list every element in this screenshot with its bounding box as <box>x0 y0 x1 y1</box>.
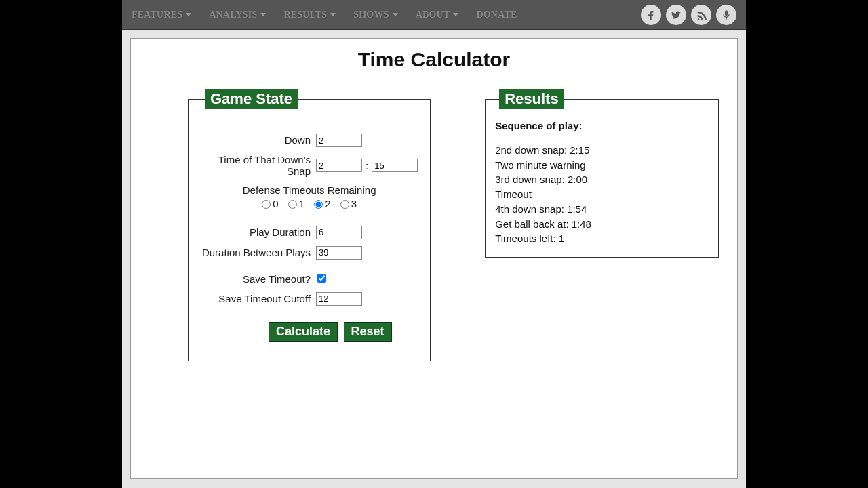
timeout-radio-2[interactable] <box>314 200 323 209</box>
social-icons <box>641 5 736 25</box>
save-timeout-label: Save Timeout? <box>201 273 316 285</box>
nav-item-about[interactable]: ABOUT <box>416 9 459 20</box>
row-between: Duration Between Plays <box>201 246 418 260</box>
result-line: 3rd down snap: 2:00 <box>495 172 709 187</box>
nav-label: SHOWS <box>353 9 389 20</box>
results-legend: Results <box>499 89 564 109</box>
save-cutoff-label: Save Timeout Cutoff <box>201 293 316 304</box>
row-save-cutoff: Save Timeout Cutoff <box>201 292 418 306</box>
nav: FEATURES ANALYSIS RESULTS SHOWS ABOUT DO… <box>132 9 641 20</box>
twitter-icon[interactable] <box>666 5 686 25</box>
result-line: Two minute warning <box>495 158 709 173</box>
result-line: 4th down snap: 1:54 <box>495 202 709 217</box>
down-label: Down <box>201 134 316 146</box>
chevron-down-icon <box>260 13 266 16</box>
play-duration-input[interactable] <box>316 226 362 239</box>
topbar: FEATURES ANALYSIS RESULTS SHOWS ABOUT DO… <box>122 0 746 30</box>
row-down: Down <box>201 134 418 147</box>
between-input[interactable] <box>316 246 362 260</box>
timeout-radio-0[interactable] <box>262 200 271 209</box>
results-panel: Results Sequence of play: 2nd down snap:… <box>485 89 719 258</box>
reset-button[interactable]: Reset <box>344 322 392 342</box>
time-colon: : <box>366 160 368 171</box>
nav-label: FEATURES <box>132 9 182 20</box>
nav-item-analysis[interactable]: ANALYSIS <box>209 9 266 20</box>
time-min-input[interactable] <box>316 159 362 172</box>
row-save-timeout: Save Timeout? <box>201 273 418 285</box>
nav-label: RESULTS <box>283 9 327 20</box>
timeout-val: 1 <box>299 198 304 209</box>
nav-label: DONATE <box>476 9 517 20</box>
nav-item-donate[interactable]: DONATE <box>476 9 517 20</box>
save-cutoff-input[interactable] <box>316 292 362 306</box>
button-row: Calculate Reset <box>201 322 418 342</box>
timeout-opt-1[interactable]: 1 <box>288 198 304 209</box>
game-state-legend: Game State <box>205 89 298 109</box>
content-card: Time Calculator Game State Down Time of … <box>130 38 738 479</box>
time-label: Time of That Down's Snap <box>201 154 316 178</box>
timeout-radio-1[interactable] <box>288 200 297 209</box>
timeout-radio-3[interactable] <box>340 200 349 209</box>
between-label: Duration Between Plays <box>201 247 316 258</box>
nav-label: ABOUT <box>416 9 450 20</box>
timeout-opt-2[interactable]: 2 <box>314 198 330 209</box>
calculate-button[interactable]: Calculate <box>269 322 338 342</box>
rss-icon[interactable] <box>691 5 711 25</box>
game-state-panel: Game State Down Time of That Down's Snap… <box>188 89 431 361</box>
nav-item-shows[interactable]: SHOWS <box>353 9 397 20</box>
result-line: Timeout <box>495 187 709 202</box>
results-body: Sequence of play: 2nd down snap: 2:15 Tw… <box>495 119 709 246</box>
sequence-title: Sequence of play: <box>495 119 709 134</box>
timeout-opt-3[interactable]: 3 <box>340 198 357 209</box>
save-timeout-checkbox[interactable] <box>317 274 326 283</box>
result-line: Get ball back at: 1:48 <box>495 217 709 232</box>
timeouts-label: Defense Timeouts Remaining <box>201 184 418 196</box>
time-sec-input[interactable] <box>372 159 418 172</box>
timeout-opt-0[interactable]: 0 <box>262 198 278 209</box>
row-play-duration: Play Duration <box>201 226 418 239</box>
timeout-val: 2 <box>325 198 330 209</box>
page-container: FEATURES ANALYSIS RESULTS SHOWS ABOUT DO… <box>122 0 746 488</box>
timeouts-group: Defense Timeouts Remaining 0 1 2 3 <box>201 184 418 209</box>
down-input[interactable] <box>316 134 362 147</box>
chevron-down-icon <box>330 13 336 16</box>
chevron-down-icon <box>453 13 458 16</box>
row-time: Time of That Down's Snap : <box>201 154 418 178</box>
page-title: Time Calculator <box>147 48 721 71</box>
timeout-val: 3 <box>351 198 357 209</box>
nav-item-features[interactable]: FEATURES <box>132 9 191 20</box>
chevron-down-icon <box>393 13 398 16</box>
panels-row: Game State Down Time of That Down's Snap… <box>147 89 721 361</box>
nav-item-results[interactable]: RESULTS <box>283 9 336 20</box>
result-line: Timeouts left: 1 <box>495 231 709 246</box>
podcast-icon[interactable] <box>716 5 736 25</box>
timeout-val: 0 <box>273 198 278 209</box>
result-line: 2nd down snap: 2:15 <box>495 143 709 158</box>
chevron-down-icon <box>186 13 191 16</box>
facebook-icon[interactable] <box>641 5 661 25</box>
play-duration-label: Play Duration <box>201 226 316 238</box>
nav-label: ANALYSIS <box>209 9 257 20</box>
